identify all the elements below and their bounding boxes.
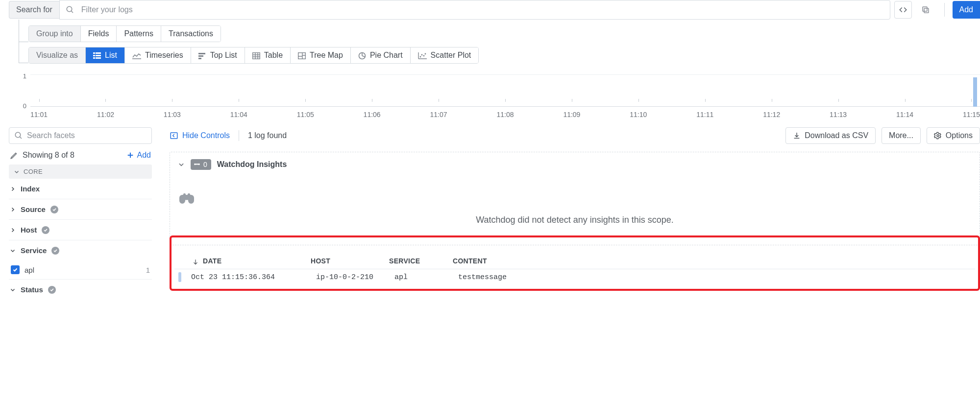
ytick-1: 1 <box>20 72 26 80</box>
visualize-as-label: Visualize as <box>29 47 86 63</box>
xtick: 11:08 <box>496 111 514 118</box>
viz-treemap-label: Tree Map <box>310 51 343 59</box>
insights-empty: Watchdog did not detect any insights in … <box>178 190 972 225</box>
facet-search[interactable] <box>9 127 152 144</box>
col-service-label[interactable]: SERVICE <box>389 257 443 265</box>
viz-timeseries[interactable]: Timeseries <box>125 47 191 63</box>
highlighted-row: DATE HOST SERVICE CONTENT Oct 23 11:15:3… <box>170 235 980 291</box>
add-button[interactable]: Add <box>953 1 980 19</box>
download-csv-button[interactable]: Download as CSV <box>785 127 876 144</box>
facet-group-label: CORE <box>24 168 43 175</box>
chevron-down-icon[interactable] <box>178 161 185 168</box>
add-facet-label: Add <box>137 151 151 160</box>
log-table: DATE HOST SERVICE CONTENT Oct 23 11:15:3… <box>170 235 980 291</box>
col-date-label[interactable]: DATE <box>203 257 221 265</box>
facet-service-apl[interactable]: apl 1 <box>9 260 152 280</box>
svg-line-31 <box>20 137 22 139</box>
xtick: 11:14 <box>896 111 913 118</box>
viz-piechart[interactable]: Pie Chart <box>351 47 411 63</box>
gear-icon <box>934 132 942 140</box>
chevron-down-icon <box>10 287 16 293</box>
insights-badge: 0 <box>191 159 211 170</box>
timeseries-icon <box>132 52 141 59</box>
bar-last <box>973 77 977 107</box>
viz-scatter[interactable]: Scatter Plot <box>411 47 479 63</box>
svg-point-28 <box>423 55 424 56</box>
facet-item-label: Source <box>21 205 46 213</box>
code-toggle-button[interactable] <box>894 1 912 19</box>
tab-transactions[interactable]: Transactions <box>161 26 220 42</box>
tab-fields[interactable]: Fields <box>81 26 117 42</box>
facet-host[interactable]: Host <box>9 220 152 240</box>
pencil-icon <box>10 151 19 160</box>
chevron-down-icon <box>10 248 16 254</box>
facet-item-label: Index <box>21 185 40 193</box>
arrow-down-icon[interactable] <box>192 258 199 265</box>
log-row[interactable]: Oct 23 11:15:36.364 ip-10-0-2-210 apl te… <box>174 269 975 285</box>
svg-rect-11 <box>198 53 205 54</box>
add-facet-button[interactable]: Add <box>126 151 151 160</box>
svg-rect-6 <box>93 55 95 56</box>
viz-list-label: List <box>105 51 117 59</box>
svg-point-35 <box>937 135 939 137</box>
list-icon <box>93 52 101 59</box>
search-input-wrap[interactable] <box>59 0 890 20</box>
xtick: 11:07 <box>430 111 447 118</box>
options-button[interactable]: Options <box>927 127 980 144</box>
piechart-icon <box>358 52 366 60</box>
xtick: 11:12 <box>763 111 780 118</box>
binoculars-icon <box>194 161 200 168</box>
checkbox-checked-icon[interactable] <box>11 265 20 274</box>
viz-table[interactable]: Table <box>245 47 291 63</box>
search-input[interactable] <box>78 1 884 18</box>
hide-controls-button[interactable]: Hide Controls <box>170 131 230 140</box>
hide-controls-label: Hide Controls <box>182 131 230 140</box>
svg-line-1 <box>71 11 73 13</box>
gridline <box>30 74 980 75</box>
main-panel: Hide Controls 1 log found Download as CS… <box>152 127 980 300</box>
more-button[interactable]: More... <box>882 127 921 144</box>
copy-icon[interactable] <box>917 1 934 19</box>
facet-leaf-count: 1 <box>146 266 150 274</box>
visualize-as-tabs: Visualize as List Timeseries Top List Ta… <box>28 47 479 64</box>
xtick: 11:09 <box>563 111 580 118</box>
toplist-icon <box>198 52 206 59</box>
main-toolbar: Hide Controls 1 log found Download as CS… <box>170 127 980 144</box>
download-icon <box>793 132 801 140</box>
facet-index[interactable]: Index <box>9 179 152 199</box>
watchdog-insights-card: 0 Watchdog Insights Watchdog did not det… <box>170 152 980 245</box>
xtick: 11:13 <box>830 111 847 118</box>
col-host-label[interactable]: HOST <box>311 257 379 265</box>
treemap-icon <box>298 52 306 59</box>
x-axis <box>30 106 980 107</box>
tab-patterns[interactable]: Patterns <box>117 26 161 42</box>
search-bar: Search for Add <box>0 0 980 20</box>
viz-toplist[interactable]: Top List <box>191 47 245 63</box>
col-content-label[interactable]: CONTENT <box>453 257 969 265</box>
facet-group-core[interactable]: CORE <box>9 164 152 179</box>
cell-host: ip-10-0-2-210 <box>316 273 385 282</box>
insights-badge-count: 0 <box>203 161 207 168</box>
chevron-right-icon <box>10 186 16 192</box>
facet-status[interactable]: Status <box>9 280 152 300</box>
viz-treemap[interactable]: Tree Map <box>291 47 351 63</box>
more-label: More... <box>889 131 913 140</box>
plus-icon <box>126 151 134 159</box>
xtick: 11:01 <box>30 111 48 118</box>
log-timeline-chart[interactable]: 1 0 11:01 11:02 11:03 11:04 11:05 11:06 … <box>20 74 980 118</box>
facet-source[interactable]: Source <box>9 199 152 220</box>
table-icon <box>252 52 260 59</box>
facet-header: Showing 8 of 8 Add <box>9 151 152 160</box>
download-csv-label: Download as CSV <box>805 131 868 140</box>
svg-rect-4 <box>93 52 95 54</box>
facet-search-input[interactable] <box>27 131 147 140</box>
svg-point-29 <box>424 53 426 54</box>
check-dot-icon <box>50 206 58 213</box>
chevron-right-icon <box>10 207 16 212</box>
status-marker <box>178 272 181 282</box>
viz-list[interactable]: List <box>86 47 125 63</box>
facet-service[interactable]: Service <box>9 240 152 260</box>
showing-label: Showing 8 of 8 <box>23 151 74 160</box>
svg-rect-5 <box>96 52 101 54</box>
check-dot-icon <box>51 247 59 255</box>
